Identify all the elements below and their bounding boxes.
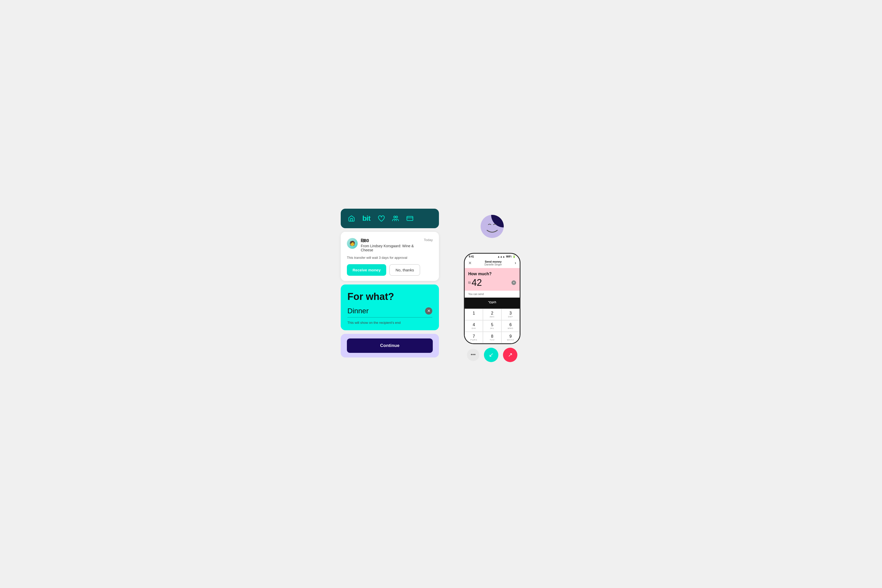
phone-keypad: 1 2ABC 3DEF 4GHI 5JKL 6MNO 7PQRS 8TUV 9W…	[465, 309, 520, 344]
nav-bar: bit	[341, 208, 439, 228]
for-what-card: For what? Dinner ✕ This will show on the…	[341, 285, 439, 330]
notif-date: Today	[424, 238, 433, 242]
phone-time: 9:41	[469, 255, 474, 258]
receive-icon: ↙	[489, 352, 493, 358]
currency-symbol: ₪	[468, 281, 470, 285]
how-much-label: How much?	[468, 272, 516, 276]
sender-avatar: 🧑	[347, 238, 358, 249]
phone-send-label: Send money	[484, 260, 502, 263]
phone-status-bar: 9:41 ▲▲▲ WiFi 🔋	[465, 254, 520, 258]
no-thanks-button[interactable]: No, thanks	[389, 264, 420, 276]
notif-wait-text: This transfer will wait 3 days for appro…	[347, 256, 433, 260]
for-what-title: For what?	[347, 291, 432, 302]
svg-rect-2	[407, 216, 413, 220]
heart-icon[interactable]	[377, 215, 385, 222]
user-avatar	[481, 215, 504, 238]
for-what-value[interactable]: Dinner	[347, 307, 368, 315]
key-4[interactable]: 4GHI	[465, 320, 483, 332]
send-button[interactable]: העבר	[468, 298, 516, 307]
key-2[interactable]: 2ABC	[483, 309, 501, 320]
continue-card: Continue	[341, 334, 439, 357]
phone-close-button[interactable]: ✕	[468, 261, 472, 266]
brand-logo: bit	[362, 214, 370, 222]
receive-action-button[interactable]: ↙	[484, 348, 498, 362]
people-icon[interactable]	[392, 215, 399, 222]
key-3[interactable]: 3DEF	[502, 309, 520, 320]
svg-point-1	[396, 216, 398, 218]
for-what-hint: This will show on the recipient's end	[347, 321, 432, 325]
more-options-button[interactable]: •••	[467, 349, 479, 361]
phone-actions: ••• ↙ ↗	[467, 348, 517, 362]
key-9[interactable]: 9WXYZ	[502, 332, 520, 344]
key-1[interactable]: 1	[465, 309, 483, 320]
phone-frame: 9:41 ▲▲▲ WiFi 🔋 ✕ Send money Danielle Si…	[464, 253, 520, 344]
send-action-button[interactable]: ↗	[503, 348, 517, 362]
phone-mockup-card: 9:41 ▲▲▲ WiFi 🔋 ✕ Send money Danielle Si…	[443, 248, 541, 367]
notif-amount: ₪80	[361, 238, 424, 243]
clear-amount-button[interactable]: ✕	[511, 280, 516, 285]
home-icon[interactable]	[348, 215, 355, 222]
key-5[interactable]: 5JKL	[483, 320, 501, 332]
phone-header: ✕ Send money Danielle Singer ›	[465, 258, 520, 268]
receive-money-button[interactable]: Receive money	[347, 264, 386, 276]
how-much-section: How much? ₪ 42 ✕	[465, 268, 520, 291]
can-send-label: You can send	[465, 291, 520, 298]
phone-next-button[interactable]: ›	[515, 261, 516, 265]
phone-recipient: Danielle Singer	[484, 263, 502, 266]
key-8[interactable]: 8TUV	[483, 332, 501, 344]
continue-button[interactable]: Continue	[347, 339, 433, 353]
key-7[interactable]: 7PQRS	[465, 332, 483, 344]
card-icon[interactable]	[406, 215, 413, 222]
svg-point-0	[394, 216, 395, 218]
amount-value[interactable]: 42	[472, 277, 482, 288]
clear-input-button[interactable]: ✕	[425, 308, 432, 315]
notif-from: From Lindsey Korsgaard: Wine & Cheese	[361, 244, 424, 252]
notification-card: 🧑 ₪80 From Lindsey Korsgaard: Wine & Che…	[341, 232, 439, 281]
key-6[interactable]: 6MNO	[502, 320, 520, 332]
avatar-card	[443, 208, 541, 244]
send-icon: ↗	[508, 352, 512, 358]
